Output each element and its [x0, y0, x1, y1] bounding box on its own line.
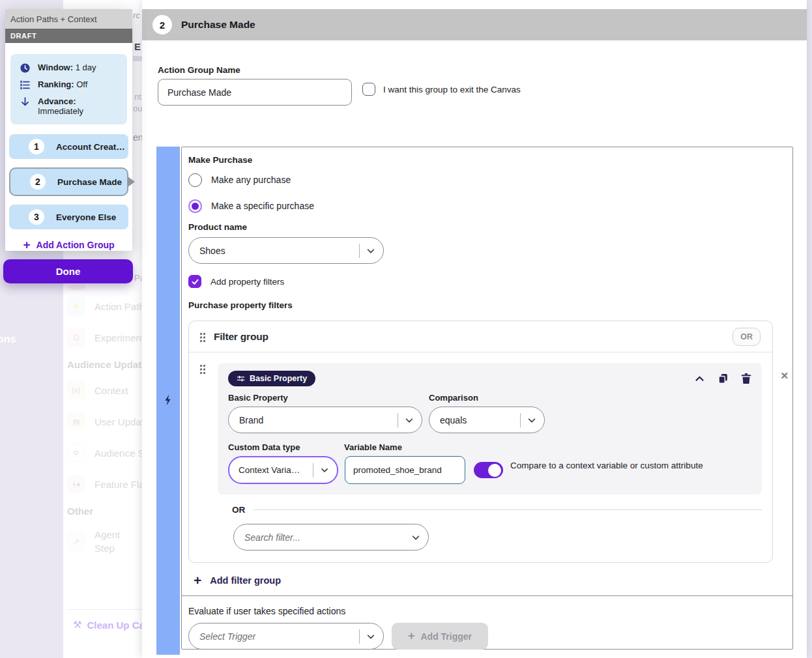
- clock-icon: [20, 63, 31, 74]
- sidebar-item-action-path: ⚡ Action Path: [67, 296, 142, 316]
- variable-name-label: Variable Name: [344, 442, 402, 452]
- drag-handle-icon[interactable]: [199, 364, 206, 375]
- exit-canvas-label: I want this group to exit the Canvas: [383, 85, 521, 94]
- custom-data-type-select[interactable]: Context Varia…: [228, 456, 338, 484]
- action-paths-overlay-panel: Action Paths + Context DRAFT Window: 1 d…: [5, 9, 132, 251]
- check-icon: [191, 278, 199, 286]
- trash-icon: [741, 373, 751, 384]
- add-trigger-button: + Add Trigger: [392, 623, 488, 650]
- chevron-down-icon: [366, 246, 375, 255]
- add-property-filters-label: Add property filters: [210, 277, 284, 287]
- action-group-config-section: Make Purchase Make any purchase Make a s…: [156, 147, 790, 655]
- settings-summary-box: Window: 1 day Ranking: Off Advance:Immed…: [10, 54, 127, 124]
- step-number-badge: 2: [152, 15, 172, 35]
- search-filter-select[interactable]: Search filter...: [233, 524, 429, 551]
- variable-name-input[interactable]: [345, 456, 465, 484]
- sidebar-item-feature-flag: ◖● Feature Flag: [67, 474, 142, 494]
- radio-row-any-purchase[interactable]: Make any purchase: [188, 171, 773, 188]
- filter-group-card: Filter group OR: [188, 321, 773, 563]
- add-action-group-button[interactable]: + Add Action Group: [5, 240, 132, 250]
- canvas-editor-page: ⚡ Action Path ⌬ Experiment Audience Upda…: [0, 0, 812, 658]
- basic-property-filter-panel: Basic Property: [218, 363, 762, 494]
- context-braces-icon: {x}: [67, 381, 85, 399]
- ui-fragment: [133, 56, 142, 61]
- evaluate-actions-label: Evaluate if user takes specified actions: [188, 606, 773, 616]
- filter-group-header: Filter group OR: [189, 321, 772, 352]
- duplicate-filter-button[interactable]: [718, 373, 729, 384]
- purchase-property-filters-heading: Purchase property filters: [188, 300, 773, 310]
- flask-icon: ⌬: [67, 328, 85, 347]
- any-purchase-radio[interactable]: [188, 173, 202, 187]
- or-divider: OR: [228, 505, 762, 515]
- product-name-select[interactable]: Shoes: [188, 237, 384, 264]
- dialog-header: 2 Purchase Made: [142, 9, 807, 40]
- delete-filter-button[interactable]: [741, 373, 751, 384]
- dialog-title: Purchase Made: [181, 19, 255, 31]
- divider: [313, 463, 313, 478]
- text-fragment: E: [134, 41, 141, 52]
- divider: [359, 244, 360, 258]
- action-group-name-label: Action Group Name: [158, 65, 240, 75]
- plus-icon: +: [23, 240, 30, 250]
- purchase-config-card: Make Purchase Make any purchase Make a s…: [181, 147, 793, 650]
- basic-property-chip: Basic Property: [228, 371, 315, 386]
- divider: [520, 413, 521, 427]
- done-button[interactable]: Done: [3, 259, 133, 283]
- divider: [359, 629, 360, 644]
- filter-group-title: Filter group: [214, 331, 268, 343]
- chevron-down-icon: [405, 416, 414, 425]
- add-filter-group-button[interactable]: + Add filter group: [194, 575, 773, 586]
- action-group-dialog: 2 Purchase Made Action Group Name I want…: [142, 0, 807, 658]
- basic-property-select[interactable]: Brand: [228, 407, 422, 433]
- lightning-icon: ⚡: [67, 297, 85, 315]
- select-trigger-dropdown[interactable]: Select Trigger: [188, 623, 384, 650]
- copy-icon: [718, 373, 729, 384]
- text-fragment: ou: [133, 104, 142, 113]
- add-property-filters-checkbox[interactable]: [188, 275, 201, 288]
- action-group-name-input[interactable]: [158, 79, 352, 106]
- product-name-label: Product name: [188, 222, 773, 232]
- sliders-icon: [237, 375, 245, 383]
- chevron-down-icon: [527, 416, 536, 425]
- action-group-item-3[interactable]: 3 Everyone Else: [9, 205, 128, 229]
- sidebar-header-audience-updates: Audience Updat: [67, 359, 142, 370]
- chevron-down-icon: [320, 466, 329, 474]
- sidebar-item-user-update: ▤ User Update: [67, 412, 142, 431]
- partial-actions-label: ons: [0, 334, 16, 345]
- close-icon: ✕: [780, 370, 789, 381]
- collapse-filter-button[interactable]: [694, 373, 705, 384]
- sidebar-item-audience-sync: ⟳ Audience Sy: [67, 443, 142, 463]
- text-fragment: rc: [133, 10, 140, 20]
- partial-icon: [68, 285, 85, 290]
- or-operator-badge[interactable]: OR: [732, 328, 761, 346]
- sync-icon: ⟳: [67, 444, 85, 462]
- selected-pointer: [128, 177, 135, 187]
- feature-flag-icon: ◖●: [67, 475, 85, 493]
- action-group-item-2-selected[interactable]: 2 Purchase Made: [9, 167, 128, 196]
- make-purchase-label: Make Purchase: [188, 155, 773, 165]
- radio-row-specific-purchase[interactable]: Make a specific purchase: [188, 197, 773, 214]
- sidebar-header-other: Other: [67, 506, 142, 517]
- sidebar-item-context: {x} Context: [67, 380, 142, 400]
- broom-icon: ⚒: [73, 619, 81, 631]
- chevron-down-icon: [366, 632, 375, 641]
- wand-icon: ⇗: [67, 532, 85, 551]
- lightning-bolt-icon: [162, 393, 175, 407]
- specific-purchase-label: Make a specific purchase: [211, 201, 314, 211]
- basic-property-field-label: Basic Property: [228, 393, 429, 403]
- action-group-item-1[interactable]: 1 Account Creat…: [9, 134, 128, 159]
- specific-purchase-radio[interactable]: [188, 199, 202, 213]
- chevron-down-icon: [411, 533, 420, 542]
- plus-icon: +: [194, 575, 201, 586]
- remove-filter-group-button[interactable]: ✕: [780, 370, 789, 382]
- context-variable-toggle[interactable]: [474, 462, 503, 478]
- exit-canvas-checkbox[interactable]: [362, 83, 375, 96]
- window-setting: Window: 1 day: [20, 63, 121, 74]
- trigger-section: Evaluate if user takes specified actions…: [182, 595, 792, 658]
- comparison-select[interactable]: equals: [429, 407, 545, 433]
- drag-handle-icon[interactable]: [199, 332, 206, 343]
- add-property-filters-row[interactable]: Add property filters: [188, 275, 773, 288]
- action-group-list: 1 Account Creat… 2 Purchase Made 3 Every…: [9, 134, 128, 229]
- component-rail: [156, 147, 180, 655]
- comparison-field-label: Comparison: [429, 393, 545, 403]
